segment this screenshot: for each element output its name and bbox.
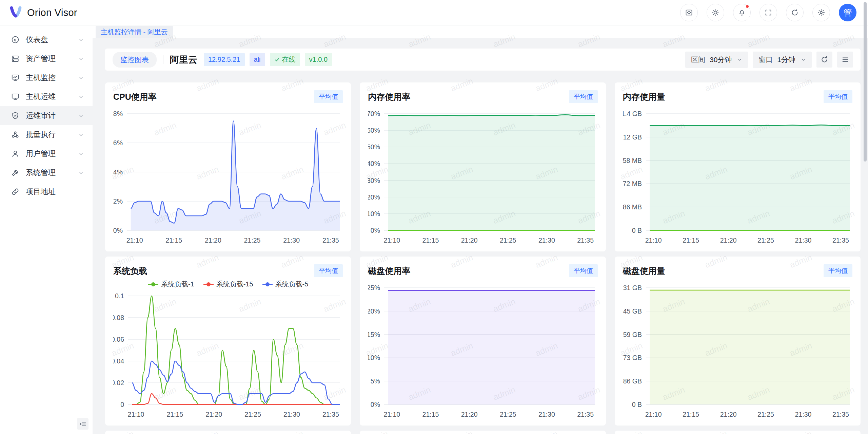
- y-axis-label: 0.02: [113, 379, 124, 386]
- chevron-down-icon: [78, 56, 84, 61]
- chart-card-head: 内存使用量平均值: [623, 89, 852, 105]
- sidebar-nav: 仪表盘资产管理主机监控主机运维运维审计批量执行用户管理系统管理项目地址: [0, 30, 93, 201]
- y-axis-label: 1.12 GB: [623, 133, 642, 141]
- page-scrollbar[interactable]: [864, 2, 867, 162]
- aggregation-badge[interactable]: 平均值: [569, 90, 598, 103]
- y-axis-label: 3.73 GB: [623, 354, 642, 361]
- x-axis-label: 21:10: [128, 411, 144, 418]
- y-axis-label: 286 MB: [623, 203, 642, 211]
- chart-plot-area: 0 B1.86 GB3.73 GB5.59 GB7.45 GB9.31 GB21…: [623, 279, 852, 423]
- settings-button[interactable]: [812, 4, 830, 21]
- sidebar-item-label: 主机监控: [26, 73, 73, 83]
- x-axis-label: 21:35: [832, 237, 849, 244]
- aggregation-badge[interactable]: 平均值: [569, 264, 598, 277]
- sidebar-item-host-ops[interactable]: 主机运维: [0, 87, 93, 106]
- legend-item[interactable]: 系统负载-1: [148, 280, 194, 289]
- series-area: [388, 290, 595, 404]
- window-select[interactable]: 窗口 1分钟: [753, 52, 812, 68]
- x-axis-label: 21:35: [577, 237, 594, 244]
- refresh-charts-button[interactable]: [816, 52, 832, 68]
- app-title: Orion Visor: [27, 7, 77, 18]
- legend-item[interactable]: 系统负载-5: [262, 280, 309, 289]
- chart-plot-area: 0%2%4%6%8%21:1021:1521:2021:2521:3021:35: [113, 105, 343, 249]
- chevron-down-icon: [801, 57, 806, 62]
- aggregation-badge[interactable]: 平均值: [314, 264, 343, 277]
- notifications-button[interactable]: [733, 4, 751, 21]
- y-axis-label: 0.1: [115, 292, 124, 300]
- chevron-down-icon: [78, 37, 84, 42]
- chart-title: CPU使用率: [113, 91, 157, 102]
- monitor-chart-button[interactable]: 监控图表: [113, 52, 157, 68]
- x-axis-label: 21:10: [384, 237, 400, 244]
- chart-card-below-fold: [615, 431, 861, 434]
- legend-marker-icon: [148, 282, 159, 287]
- x-axis-label: 21:10: [384, 411, 400, 418]
- host-info: 监控图表 阿里云 12.92.5.21ali在线v1.0.0: [113, 52, 332, 68]
- tab-host-monitor-detail[interactable]: 主机监控详情 - 阿里云: [96, 26, 173, 38]
- series-area: [650, 290, 850, 404]
- reload-button[interactable]: [786, 4, 804, 21]
- y-axis-label: 0.08: [113, 314, 124, 321]
- theme-button[interactable]: [707, 4, 724, 21]
- user-avatar[interactable]: 管: [839, 4, 856, 21]
- sidebar-item-project-url[interactable]: 项目地址: [0, 182, 93, 201]
- host-header-card: 监控图表 阿里云 12.92.5.21ali在线v1.0.0 区间 30分钟 窗…: [105, 49, 861, 71]
- sidebar-item-ops-audit[interactable]: 运维审计: [0, 106, 93, 125]
- y-axis-label: 9.31 GB: [623, 284, 642, 291]
- aggregation-badge[interactable]: 平均值: [314, 90, 343, 103]
- y-axis-label: 8%: [113, 110, 123, 117]
- x-axis-label: 21:35: [322, 237, 339, 244]
- batch-exec-icon: [11, 130, 20, 139]
- x-axis-label: 21:30: [795, 237, 811, 244]
- x-axis-label: 21:35: [832, 411, 849, 418]
- y-axis-label: 50%: [368, 143, 380, 151]
- sidebar-item-host-monitor[interactable]: 主机监控: [0, 68, 93, 87]
- chart-canvas: 0 B286 MB572 MB858 MB1.12 GB1.4 GB21:102…: [623, 105, 852, 248]
- sidebar-item-label: 仪表盘: [26, 35, 73, 45]
- y-axis-label: 0%: [371, 401, 380, 408]
- aggregation-badge[interactable]: 平均值: [824, 90, 852, 103]
- x-axis-label: 21:30: [795, 411, 811, 418]
- x-axis-label: 21:25: [500, 237, 516, 244]
- sidebar-item-label: 系统管理: [26, 168, 73, 178]
- chart-card-4: 磁盘使用率平均值0%5%10%15%20%25%21:1021:1521:202…: [360, 257, 606, 426]
- chart-layout-menu-button[interactable]: [837, 52, 853, 68]
- y-axis-label: 10%: [368, 354, 380, 361]
- sidebar-collapse-button[interactable]: [77, 418, 88, 430]
- chart-card-head: CPU使用率平均值: [113, 89, 343, 105]
- sidebar-item-assets[interactable]: 资产管理: [0, 49, 93, 68]
- sidebar-item-users[interactable]: 用户管理: [0, 144, 93, 163]
- y-axis-label: 4%: [113, 168, 123, 176]
- x-axis-label: 21:35: [322, 411, 339, 418]
- chart-card-head: 磁盘使用率平均值: [368, 263, 597, 279]
- chevron-down-icon: [78, 94, 84, 99]
- code-button[interactable]: [680, 4, 698, 21]
- x-axis-label: 21:25: [757, 411, 774, 418]
- legend-item[interactable]: 系统负载-15: [203, 280, 253, 289]
- sidebar-item-system[interactable]: 系统管理: [0, 163, 93, 182]
- y-axis-label: 0: [120, 401, 124, 408]
- aggregation-badge[interactable]: 平均值: [824, 264, 852, 277]
- y-axis-label: 15%: [368, 331, 380, 338]
- window-select-value: 1分钟: [777, 55, 795, 64]
- chevron-down-icon: [78, 170, 84, 175]
- x-axis-label: 21:15: [683, 237, 699, 244]
- sidebar: 仪表盘资产管理主机监控主机运维运维审计批量执行用户管理系统管理项目地址: [0, 25, 93, 434]
- chart-card-head: 系统负载平均值: [113, 263, 343, 279]
- host-name: 阿里云: [170, 54, 197, 66]
- app-logo: Orion Visor: [9, 5, 77, 20]
- x-axis-label: 21:10: [645, 411, 662, 418]
- sidebar-item-label: 主机运维: [26, 92, 73, 102]
- users-icon: [11, 149, 20, 158]
- x-axis-label: 21:20: [720, 237, 736, 244]
- sidebar-item-batch-exec[interactable]: 批量执行: [0, 125, 93, 144]
- x-axis-label: 21:35: [577, 411, 594, 418]
- fullscreen-button[interactable]: [760, 4, 777, 21]
- sidebar-item-dashboard[interactable]: 仪表盘: [0, 30, 93, 49]
- range-select[interactable]: 区间 30分钟: [685, 52, 748, 68]
- chart-card-2: 内存使用量平均值0 B286 MB572 MB858 MB1.12 GB1.4 …: [615, 82, 861, 251]
- x-axis-label: 21:30: [538, 411, 555, 418]
- chart-title: 磁盘使用量: [623, 265, 665, 277]
- window-select-label: 窗口: [758, 55, 773, 64]
- dashboard-icon: [11, 35, 20, 44]
